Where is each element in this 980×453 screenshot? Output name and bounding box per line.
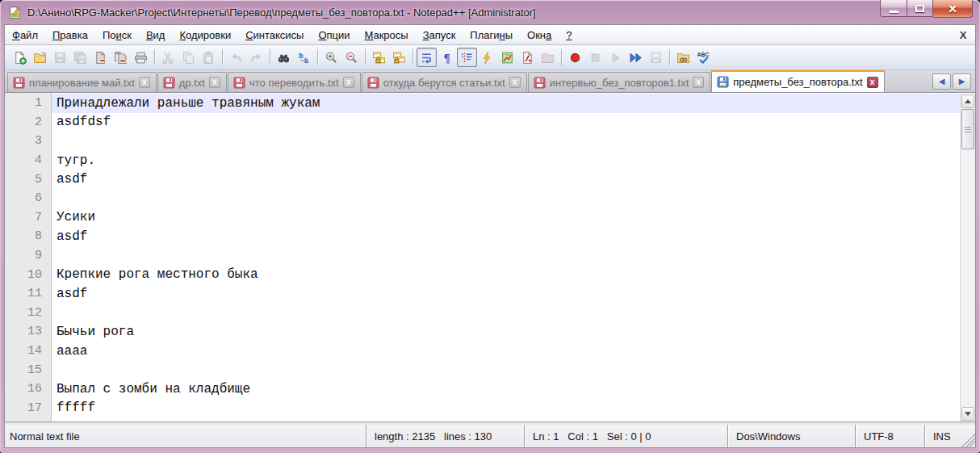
line-number: 5 (5, 173, 52, 187)
sync-vertical-scroll-button[interactable] (369, 48, 389, 67)
tab-close-button[interactable]: x (343, 77, 354, 88)
menu-item-0[interactable]: Файл (5, 25, 45, 44)
scroll-up-button[interactable] (961, 94, 974, 108)
tab-5-active[interactable]: предметы_без_повтора.txtx (711, 70, 884, 92)
line-text (52, 189, 960, 208)
mime-tools-button[interactable] (673, 48, 693, 67)
tab-3[interactable]: откуда берутся статьи.txtx (362, 72, 527, 92)
editor-line-3[interactable]: 3 (5, 132, 960, 151)
user-defined-dialog-button[interactable] (477, 48, 497, 67)
word-wrap-button[interactable] (417, 48, 437, 67)
spell-check-button[interactable]: ABC (693, 48, 714, 67)
close-all-documents-button[interactable] (111, 48, 131, 67)
menu-bar: ФайлПравкаПоискВидКодировкиСинтаксисыОпц… (5, 25, 975, 45)
editor-line-5[interactable]: 5asdf (5, 170, 960, 189)
editor-line-8[interactable]: 8asdf (5, 227, 960, 246)
tab-close-button[interactable]: x (139, 77, 150, 88)
open-file-button[interactable] (30, 48, 50, 67)
menu-item-8[interactable]: Запуск (416, 25, 463, 44)
editor-line-2[interactable]: 2asdfdsf (5, 113, 960, 132)
editor-line-11[interactable]: 11asdf (5, 284, 960, 304)
line-number: 6 (5, 191, 52, 205)
line-number: 12 (5, 306, 52, 320)
line-text: Выпал с зомби на кладбище (52, 380, 960, 399)
arrow-up-icon (965, 99, 971, 103)
text-lines[interactable]: 1Принадлежали раньше травяным жукам2asdf… (5, 94, 960, 422)
menu-item-6[interactable]: Опции (311, 25, 357, 44)
tab-close-button[interactable]: x (693, 77, 704, 88)
tab-close-button[interactable]: x (509, 77, 521, 88)
print-button[interactable] (131, 48, 151, 67)
sync-horizontal-scroll-button[interactable] (389, 48, 409, 67)
editor-line-15[interactable]: 15 (5, 360, 960, 380)
tab-0[interactable]: планирование май.txtx (7, 72, 157, 92)
status-eol-format[interactable]: Dos\Windows (727, 425, 855, 447)
editor-line-17[interactable]: 17fffff (5, 399, 960, 418)
show-indent-guide-button[interactable] (457, 48, 477, 67)
line-number: 14 (5, 344, 52, 358)
editor-line-16[interactable]: 16Выпал с зомби на кладбище (5, 380, 960, 399)
title-bar[interactable]: D:\Анино\RPG-Macker\Project\Интернеты\Пе… (0, 0, 980, 24)
macro-playback-button (605, 48, 626, 67)
modified-floppy-icon (163, 77, 175, 89)
macro-record-button[interactable] (565, 48, 585, 67)
tab-scroll-right-button[interactable]: ▶ (953, 73, 971, 90)
editor-line-12[interactable]: 12 (5, 304, 960, 323)
tab-close-button[interactable]: x (209, 77, 220, 88)
menu-item-1[interactable]: Правка (45, 25, 95, 44)
status-insert-mode[interactable]: INS (924, 425, 961, 447)
folder-as-workspace-icon (541, 51, 555, 65)
editor-line-18[interactable]: 18 (5, 417, 960, 422)
scrollbar-thumb[interactable] (961, 109, 974, 149)
zoom-in-button[interactable] (321, 48, 341, 67)
modified-floppy-icon (367, 77, 379, 89)
zoom-in-icon (325, 51, 338, 65)
tab-4[interactable]: интервью_без_повторов1.txtx (528, 72, 711, 92)
minimize-button[interactable] (880, 0, 907, 17)
find-button[interactable] (274, 48, 294, 67)
editor-line-7[interactable]: 7Усики (5, 208, 960, 228)
document-map-button[interactable] (497, 48, 517, 67)
scroll-down-button[interactable] (961, 407, 974, 421)
new-file-button[interactable] (10, 48, 30, 67)
editor-line-6[interactable]: 6 (5, 189, 960, 208)
tab-2[interactable]: что переводить.txtx (228, 72, 361, 92)
editor-line-4[interactable]: 4тугр. (5, 151, 960, 170)
vertical-scrollbar[interactable] (960, 94, 975, 422)
menu-item-7[interactable]: Макросы (358, 25, 416, 44)
function-list-button[interactable] (517, 48, 538, 67)
menu-item-11[interactable]: ? (559, 25, 579, 44)
editor-line-13[interactable]: 13Бычьи рога (5, 322, 960, 342)
macro-stop-icon (588, 51, 602, 65)
close-window-button[interactable]: ✕ (933, 0, 973, 18)
editor-line-14[interactable]: 14aaaa (5, 342, 960, 361)
menu-item-3[interactable]: Вид (139, 25, 173, 44)
line-number: 4 (5, 153, 52, 167)
close-document-button[interactable] (90, 48, 111, 67)
menu-item-5[interactable]: Синтаксисы (238, 25, 311, 44)
menu-item-4[interactable]: Кодировки (172, 25, 238, 44)
cut-icon (161, 51, 175, 65)
editor-line-9[interactable]: 9 (5, 246, 960, 266)
show-all-characters-button[interactable]: ¶ (437, 48, 457, 67)
editor-line-1[interactable]: 1Принадлежали раньше травяным жукам (5, 94, 960, 113)
menu-item-10[interactable]: Окна (520, 25, 559, 44)
editor-area[interactable]: 1Принадлежали раньше травяным жукам2asdf… (5, 93, 975, 422)
line-number: 8 (5, 229, 52, 243)
replace-button[interactable]: ba (294, 48, 314, 67)
tab-close-button[interactable]: x (867, 77, 878, 88)
menu-item-9[interactable]: Плагины (463, 25, 520, 44)
line-number: 11 (5, 287, 52, 300)
macro-run-multiple-button[interactable] (626, 48, 646, 67)
tab-scroll-left-button[interactable]: ◀ (932, 73, 951, 90)
line-number: 7 (5, 211, 52, 224)
maximize-button[interactable] (907, 0, 933, 17)
close-document-x-button[interactable]: X (951, 25, 975, 44)
status-encoding[interactable]: UTF-8 (855, 425, 924, 447)
resize-grip[interactable] (961, 425, 975, 447)
zoom-out-button[interactable] (341, 48, 362, 67)
menu-item-2[interactable]: Поиск (95, 25, 139, 44)
tab-1[interactable]: др.txtx (157, 72, 227, 92)
editor-line-10[interactable]: 10Крепкие рога местного быка (5, 265, 960, 284)
notepad-plus-plus-icon (8, 6, 22, 19)
